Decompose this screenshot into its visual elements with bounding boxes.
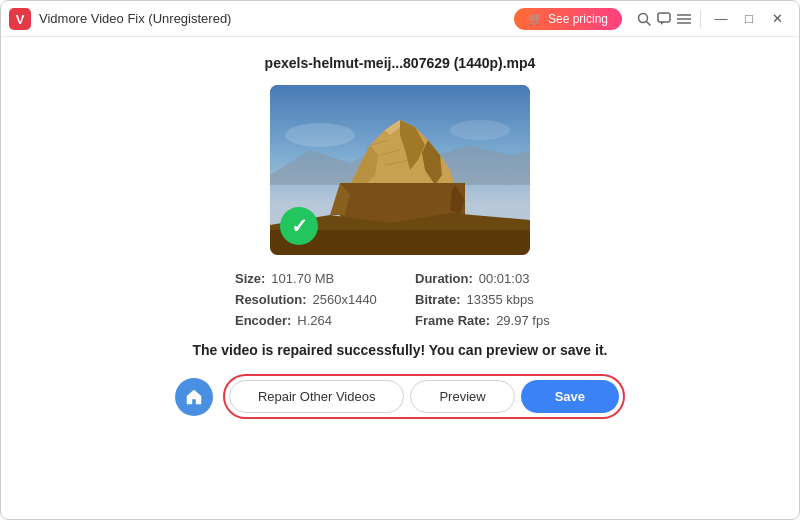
repair-other-button[interactable]: Repair Other Videos xyxy=(229,380,405,413)
home-button[interactable] xyxy=(175,378,213,416)
resolution-label: Resolution: xyxy=(235,292,307,307)
action-buttons-group: Repair Other Videos Preview Save xyxy=(223,374,625,419)
bitrate-value: 13355 kbps xyxy=(467,292,534,307)
titlebar: V Vidmore Video Fix (Unregistered) 🛒 See… xyxy=(1,1,799,37)
main-content: pexels-helmut-meij...807629 (1440p).mp4 xyxy=(1,37,799,519)
duration-row: Duration: 00:01:03 xyxy=(415,271,565,286)
size-label: Size: xyxy=(235,271,265,286)
see-pricing-button[interactable]: 🛒 See pricing xyxy=(514,8,622,30)
file-title: pexels-helmut-meij...807629 (1440p).mp4 xyxy=(265,55,536,71)
maximize-button[interactable]: □ xyxy=(735,9,763,29)
resolution-value: 2560x1440 xyxy=(313,292,377,307)
framerate-value: 29.97 fps xyxy=(496,313,550,328)
framerate-label: Frame Rate: xyxy=(415,313,490,328)
encoder-value: H.264 xyxy=(297,313,332,328)
svg-point-24 xyxy=(450,120,510,140)
video-thumbnail-container: ✓ xyxy=(270,85,530,255)
resolution-row: Resolution: 2560x1440 xyxy=(235,292,385,307)
size-row: Size: 101.70 MB xyxy=(235,271,385,286)
app-logo: V xyxy=(9,8,31,30)
bitrate-label: Bitrate: xyxy=(415,292,461,307)
minimize-button[interactable]: — xyxy=(707,9,735,29)
bitrate-row: Bitrate: 13355 kbps xyxy=(415,292,565,307)
action-bar: Repair Other Videos Preview Save xyxy=(21,374,779,419)
duration-label: Duration: xyxy=(415,271,473,286)
svg-text:V: V xyxy=(16,12,25,27)
svg-rect-4 xyxy=(658,13,670,22)
size-value: 101.70 MB xyxy=(271,271,334,286)
success-message: The video is repaired successfully! You … xyxy=(193,342,608,358)
menu-button[interactable] xyxy=(674,9,694,29)
cart-icon: 🛒 xyxy=(528,12,543,26)
chat-button[interactable] xyxy=(654,9,674,29)
app-title: Vidmore Video Fix (Unregistered) xyxy=(39,11,514,26)
search-button[interactable] xyxy=(634,9,654,29)
close-button[interactable]: ✕ xyxy=(763,9,791,29)
duration-value: 00:01:03 xyxy=(479,271,530,286)
preview-button[interactable]: Preview xyxy=(410,380,514,413)
framerate-row: Frame Rate: 29.97 fps xyxy=(415,313,565,328)
svg-line-3 xyxy=(647,21,651,25)
encoder-label: Encoder: xyxy=(235,313,291,328)
metadata-grid: Size: 101.70 MB Duration: 00:01:03 Resol… xyxy=(235,271,565,328)
titlebar-divider xyxy=(700,10,701,28)
success-check-badge: ✓ xyxy=(280,207,318,245)
save-button[interactable]: Save xyxy=(521,380,619,413)
svg-point-23 xyxy=(285,123,355,147)
encoder-row: Encoder: H.264 xyxy=(235,313,385,328)
